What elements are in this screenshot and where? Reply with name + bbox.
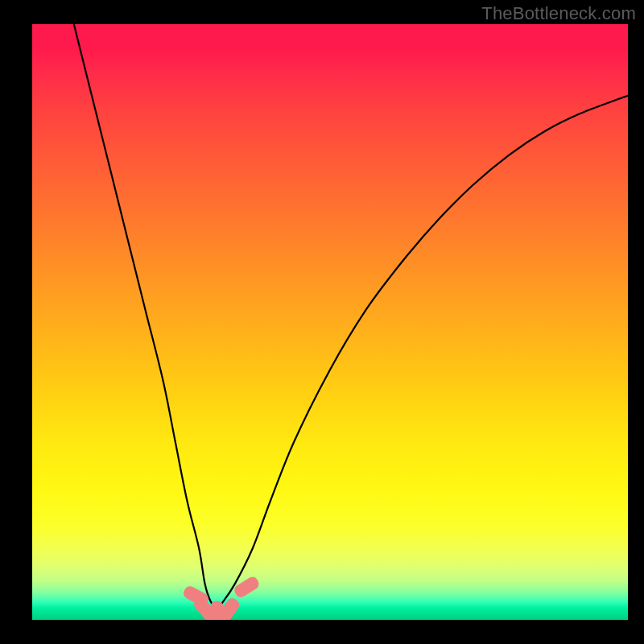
curve-path bbox=[74, 24, 628, 608]
trough-markers bbox=[182, 575, 262, 620]
plot-area bbox=[32, 24, 628, 620]
bottleneck-curve bbox=[32, 24, 628, 620]
watermark-text: TheBottleneck.com bbox=[481, 3, 636, 24]
chart-frame: TheBottleneck.com bbox=[0, 0, 644, 644]
trough-marker bbox=[233, 575, 262, 600]
